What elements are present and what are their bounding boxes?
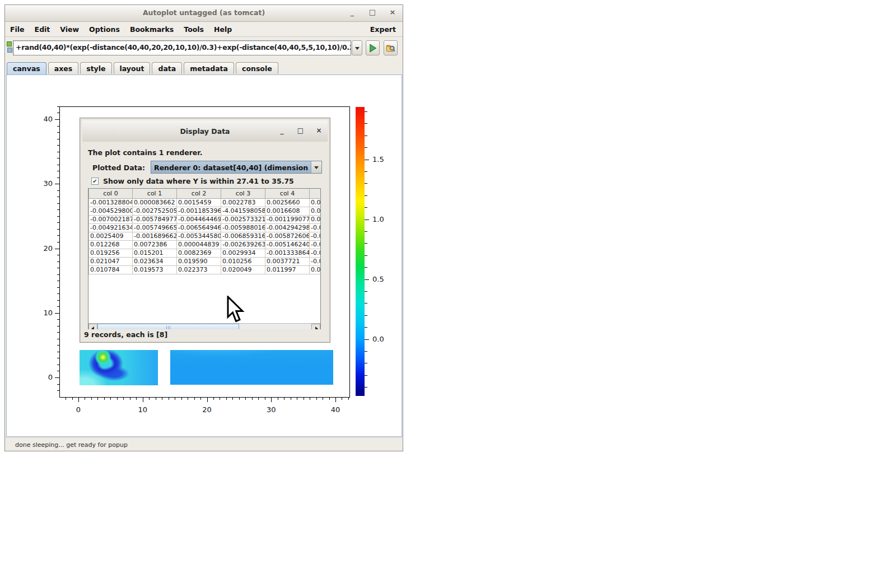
menu-help[interactable]: Help xyxy=(209,22,237,34)
tab-style[interactable]: style xyxy=(80,62,111,74)
combo-dropdown-button[interactable] xyxy=(311,161,321,173)
table-cell[interactable]: 0.0022783 xyxy=(221,198,265,207)
table-cell[interactable]: 0.000083662 xyxy=(133,198,177,207)
table-cell[interactable]: 0.011997 xyxy=(265,265,310,274)
table-cell[interactable]: 0.0016608 xyxy=(265,207,310,215)
table-cell[interactable]: 0.010256 xyxy=(221,257,265,265)
table-cell[interactable]: 0.00 xyxy=(310,198,321,207)
table-cell[interactable]: 0.0082369 xyxy=(177,249,221,257)
column-header[interactable]: col 4 xyxy=(265,189,310,198)
table-row[interactable]: -0.004529800...-0.002752505...-0.0011853… xyxy=(89,207,321,215)
inspect-button[interactable] xyxy=(384,40,398,55)
table-cell[interactable]: -0.001199077... xyxy=(265,215,310,223)
tab-data[interactable]: data xyxy=(152,62,182,74)
title-bar[interactable]: Autoplot untagged (as tomcat) _ □ × xyxy=(5,5,403,22)
table-cell[interactable]: -0.006859316... xyxy=(221,232,265,240)
table-cell[interactable]: -0.004464469... xyxy=(177,215,221,223)
menu-view[interactable]: View xyxy=(55,22,84,34)
tab-axes[interactable]: axes xyxy=(48,62,78,74)
tab-layout[interactable]: layout xyxy=(114,62,151,74)
table-cell[interactable]: -0.002573321... xyxy=(221,215,265,223)
table-cell[interactable]: -0.001185396... xyxy=(177,207,221,215)
table-cell[interactable]: -0.00 xyxy=(310,223,321,232)
table-cell[interactable]: -0.005784977... xyxy=(133,215,177,223)
table-row[interactable]: 0.0210470.0236340.0195900.0102560.003772… xyxy=(89,257,321,265)
menu-expert[interactable]: Expert xyxy=(370,25,396,34)
table-cell[interactable]: 0.019573 xyxy=(133,265,177,274)
table-cell[interactable]: -0.005749665... xyxy=(133,223,177,232)
table-cell[interactable]: -0.005872606... xyxy=(265,232,310,240)
menu-options[interactable]: Options xyxy=(84,22,125,34)
table-cell[interactable]: -0.006564946... xyxy=(177,223,221,232)
table-cell[interactable]: -0.005146240... xyxy=(265,240,310,249)
table-cell[interactable]: -0.00 xyxy=(310,249,321,257)
table-row[interactable]: 0.0107840.0195730.0223730.0200490.011997… xyxy=(89,265,321,274)
table-cell[interactable]: 0.022373 xyxy=(177,265,221,274)
table-cell[interactable]: 0.019590 xyxy=(177,257,221,265)
menu-bookmarks[interactable]: Bookmarks xyxy=(125,22,179,34)
tab-canvas[interactable]: canvas xyxy=(7,62,46,74)
close-icon[interactable]: × xyxy=(388,7,397,17)
dialog-close-icon[interactable]: × xyxy=(315,125,323,136)
dialog-title-bar[interactable]: Display Data _ □ × xyxy=(82,120,328,142)
uri-dropdown-button[interactable] xyxy=(352,40,362,55)
table-row[interactable]: 0.0192560.0152010.00823690.0029934-0.001… xyxy=(89,249,321,257)
table-cell[interactable]: -4.041598058... xyxy=(221,207,265,215)
table-cell[interactable]: 0.0025660 xyxy=(265,198,310,207)
table-cell[interactable]: -0.004294298... xyxy=(265,223,310,232)
table-cell[interactable]: 0.021047 xyxy=(89,257,133,265)
table-cell[interactable]: 0.00 xyxy=(310,265,321,274)
table-cell[interactable]: -0.005344580... xyxy=(177,232,221,240)
table-cell[interactable]: 0.0025409 xyxy=(89,232,133,240)
table-cell[interactable]: -0.002639263... xyxy=(221,240,265,249)
table-cell[interactable]: 0.000044839 xyxy=(177,240,221,249)
table-cell[interactable]: 0.0029934 xyxy=(221,249,265,257)
uri-input[interactable]: +rand(40,40)*(exp(-distance(40,40,20,20,… xyxy=(13,40,351,55)
table-cell[interactable]: 0.0015459 xyxy=(177,198,221,207)
menu-edit[interactable]: Edit xyxy=(30,22,55,34)
table-cell[interactable]: -0.001689662... xyxy=(133,232,177,240)
table-row[interactable]: -0.004921634...-0.005749665...-0.0065649… xyxy=(89,223,321,232)
table-row[interactable]: 0.0122680.00723860.000044839-0.002639263… xyxy=(89,240,321,249)
filter-checkbox[interactable]: ✔ xyxy=(91,178,99,185)
tab-console[interactable]: console xyxy=(236,62,278,74)
table-cell[interactable]: -0.005988016... xyxy=(221,223,265,232)
minimize-icon[interactable]: _ xyxy=(348,7,357,17)
table-cell[interactable]: 0.010784 xyxy=(89,265,133,274)
table-cell[interactable]: 0.00 xyxy=(310,207,321,215)
table-row[interactable]: 0.0025409-0.001689662...-0.005344580...-… xyxy=(89,232,321,240)
column-header[interactable]: col 1 xyxy=(133,189,177,198)
table-cell[interactable]: 0.00 xyxy=(310,215,321,223)
table-cell[interactable]: 0.0072386 xyxy=(133,240,177,249)
table-cell[interactable]: 0.015201 xyxy=(133,249,177,257)
table-cell[interactable]: -0.001328804... xyxy=(89,198,133,207)
table-cell[interactable]: 0.0037721 xyxy=(265,257,310,265)
table-cell[interactable]: 0.019256 xyxy=(89,249,133,257)
go-button[interactable] xyxy=(366,40,380,55)
table-cell[interactable]: -0.004529800... xyxy=(89,207,133,215)
table-cell[interactable]: 0.020049 xyxy=(221,265,265,274)
menu-file[interactable]: File xyxy=(5,22,30,34)
tab-metadata[interactable]: metadata xyxy=(184,62,234,74)
plotted-data-select[interactable]: Renderer 0: dataset[40,40] (dimension... xyxy=(151,161,322,174)
column-header[interactable]: col 3 xyxy=(221,189,265,198)
table-cell[interactable]: -0.00 xyxy=(310,232,321,240)
menu-tools[interactable]: Tools xyxy=(179,22,209,34)
table-cell[interactable]: -0.00 xyxy=(310,240,321,249)
column-header[interactable]: col 0 xyxy=(89,189,133,198)
dialog-maximize-icon[interactable]: □ xyxy=(296,125,305,136)
column-header[interactable]: col 2 xyxy=(177,189,221,198)
table-cell[interactable]: -0.007002187... xyxy=(89,215,133,223)
table-cell[interactable]: -0.001333864... xyxy=(265,249,310,257)
table-row[interactable]: -0.007002187...-0.005784977...-0.0044644… xyxy=(89,215,321,223)
table-cell[interactable]: -0.002752505... xyxy=(133,207,177,215)
table-cell[interactable]: 0.023634 xyxy=(133,257,177,265)
table-row[interactable]: -0.001328804...0.0000836620.00154590.002… xyxy=(89,198,321,207)
dialog-minimize-icon[interactable]: _ xyxy=(278,125,286,136)
maximize-icon[interactable]: □ xyxy=(368,7,377,17)
table-cell[interactable]: -0.00 xyxy=(310,257,321,265)
plot-canvas[interactable]: 010203040010203040 1.51.00.50.0 Display … xyxy=(6,74,402,437)
table-cell[interactable]: 0.012268 xyxy=(89,240,133,249)
table-cell[interactable]: -0.004921634... xyxy=(89,223,133,232)
column-header[interactable]: col 5 xyxy=(310,189,321,198)
